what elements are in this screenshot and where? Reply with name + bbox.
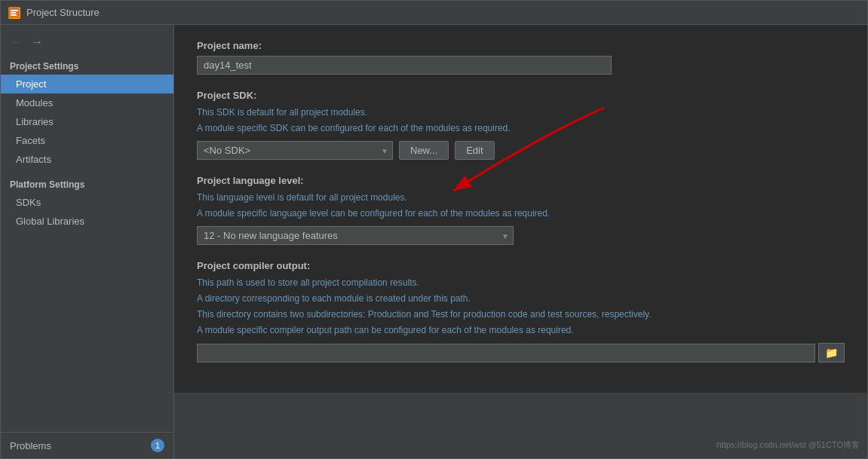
app-icon — [8, 7, 20, 19]
project-sdk-group: Project SDK: This SDK is default for all… — [197, 90, 845, 160]
problems-section: Problems 1 — [1, 432, 173, 458]
sidebar-item-libraries[interactable]: Libraries — [1, 112, 173, 131]
project-name-group: Project name: — [197, 40, 845, 75]
project-name-label: Project name: — [197, 40, 845, 51]
project-compiler-desc2: A directory corresponding to each module… — [197, 292, 845, 305]
svg-rect-1 — [11, 10, 18, 11]
sidebar-item-global-libraries-label: Global Libraries — [16, 216, 84, 227]
project-compiler-desc1: This path is used to store all project c… — [197, 276, 845, 289]
project-language-desc2: A module specific language level can be … — [197, 207, 845, 220]
language-level-select[interactable]: 1 - Enumerations, autoboxing 2 - Enhance… — [197, 226, 514, 245]
sidebar-item-facets[interactable]: Facets — [1, 131, 173, 150]
project-language-desc1: This language level is default for all p… — [197, 191, 845, 204]
project-language-group: Project language level: This language le… — [197, 175, 845, 245]
svg-rect-3 — [11, 14, 17, 16]
panel-wrapper: Project name: Project SDK: This SDK is d… — [174, 25, 867, 458]
sidebar-item-modules[interactable]: Modules — [1, 93, 173, 112]
project-structure-window: Project Structure ← → Project Settings P… — [0, 0, 868, 459]
project-settings-header: Project Settings — [1, 57, 173, 75]
problems-label: Problems — [10, 440, 51, 451]
back-button[interactable]: ← — [7, 34, 25, 50]
sdk-select[interactable]: <No SDK> — [197, 141, 393, 160]
project-compiler-label: Project compiler output: — [197, 260, 845, 271]
edit-sdk-button[interactable]: Edit — [455, 141, 494, 160]
platform-settings-header: Platform Settings — [1, 175, 173, 193]
sidebar-item-modules-label: Modules — [16, 97, 53, 109]
sidebar-item-sdks-label: SDKs — [16, 197, 41, 208]
title-bar: Project Structure — [1, 1, 867, 25]
sidebar-item-facets-label: Facets — [16, 135, 45, 146]
sidebar-item-global-libraries[interactable]: Global Libraries — [1, 212, 173, 231]
language-select-wrapper: 1 - Enumerations, autoboxing 2 - Enhance… — [197, 226, 514, 245]
folder-button[interactable]: 📁 — [818, 343, 845, 363]
svg-rect-2 — [11, 12, 16, 14]
main-panel: Project name: Project SDK: This SDK is d… — [174, 25, 867, 393]
sidebar-item-project-label: Project — [16, 78, 46, 90]
sidebar-item-libraries-label: Libraries — [16, 116, 54, 127]
sidebar-item-project[interactable]: Project — [1, 75, 173, 93]
project-compiler-desc3: This directory contains two subdirectori… — [197, 308, 845, 321]
watermark: https://blog.csdn.net/wst @51CTO博客 — [717, 439, 860, 451]
project-name-input[interactable] — [197, 56, 612, 75]
window-title: Project Structure — [26, 7, 100, 18]
project-sdk-label: Project SDK: — [197, 90, 845, 101]
compiler-output-input[interactable] — [197, 344, 815, 363]
sdk-select-wrapper: <No SDK> — [197, 141, 393, 160]
project-sdk-desc2: A module specific SDK can be configured … — [197, 121, 845, 135]
project-sdk-desc1: This SDK is default for all project modu… — [197, 106, 845, 119]
sidebar-item-artifacts-label: Artifacts — [16, 154, 51, 165]
project-compiler-desc4: A module specific compiler output path c… — [197, 323, 845, 337]
new-sdk-button[interactable]: New... — [399, 141, 449, 160]
forward-button[interactable]: → — [28, 34, 46, 50]
sdk-row: <No SDK> New... Edit — [197, 141, 845, 160]
nav-buttons: ← → — [1, 31, 173, 57]
main-content: ← → Project Settings Project Modules Lib… — [1, 25, 867, 458]
sidebar-item-sdks[interactable]: SDKs — [1, 193, 173, 212]
folder-icon: 📁 — [825, 347, 838, 359]
project-compiler-group: Project compiler output: This path is us… — [197, 260, 845, 363]
project-language-label: Project language level: — [197, 175, 845, 186]
compiler-output-row: 📁 — [197, 343, 845, 363]
problems-badge: 1 — [151, 439, 164, 452]
sidebar: ← → Project Settings Project Modules Lib… — [1, 25, 174, 458]
sidebar-item-artifacts[interactable]: Artifacts — [1, 150, 173, 169]
